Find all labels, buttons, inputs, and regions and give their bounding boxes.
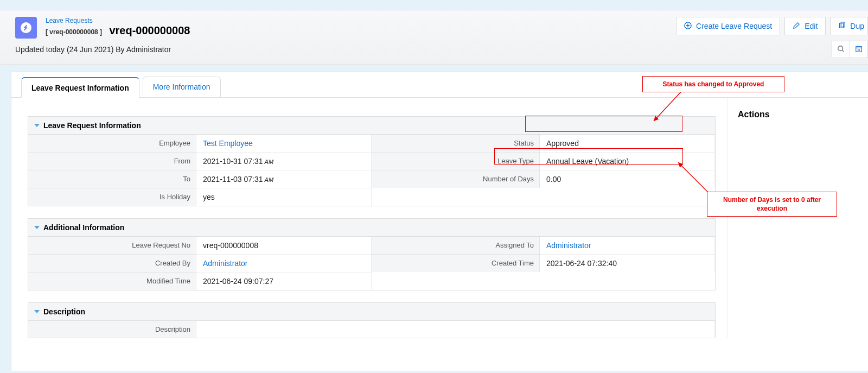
calendar-icon: 31	[855, 45, 863, 54]
holiday-value: yes	[196, 188, 372, 206]
chevron-down-icon	[34, 308, 40, 315]
calendar-tool[interactable]: 31	[850, 41, 868, 58]
updated-info: Updated today (24 Jun 2021) By Administr…	[15, 45, 858, 54]
record-title: vreq-000000008	[109, 24, 190, 36]
pencil-icon	[793, 22, 800, 31]
createdtime-value: 2021-06-24 07:32:40	[540, 254, 715, 272]
numdays-label: Number of Days	[372, 170, 540, 188]
from-value: 2021-10-31 07:31	[203, 157, 263, 166]
section-info-title: Leave Request Information	[43, 121, 141, 130]
duplicate-button[interactable]: Dup	[830, 17, 868, 35]
edit-button[interactable]: Edit	[784, 17, 826, 35]
annotation-numdays: Number of Days is set to 0 after executi…	[707, 192, 837, 217]
section-description-title: Description	[43, 307, 85, 316]
numdays-value: 0.00	[540, 170, 715, 188]
search-tool[interactable]	[832, 41, 850, 58]
module-icon	[15, 17, 37, 39]
assigned-label: Assigned To	[372, 237, 540, 254]
section-description-header[interactable]: Description	[28, 302, 716, 320]
section-additional-title: Additional Information	[43, 223, 124, 232]
employee-value[interactable]: Test Employee	[203, 139, 253, 148]
record-id-bracket: [ vreq-000000008 ]	[46, 28, 102, 36]
actions-panel: Actions	[727, 98, 858, 338]
section-additional-header[interactable]: Additional Information	[28, 218, 716, 236]
create-button[interactable]: Create Leave Request	[676, 17, 780, 35]
from-ampm: AM	[265, 159, 274, 165]
section-info: Leave Request Information Employee Test …	[28, 116, 716, 206]
create-label: Create Leave Request	[696, 22, 772, 30]
reqno-label: Leave Request No	[28, 237, 196, 254]
actions-title: Actions	[738, 110, 770, 119]
plus-circle-icon	[684, 22, 692, 31]
to-ampm: AM	[265, 176, 274, 183]
chevron-down-icon	[34, 224, 40, 231]
tab-label: More Information	[153, 83, 210, 91]
to-label: To	[28, 170, 196, 188]
from-label: From	[28, 152, 196, 170]
modified-label: Modified Time	[28, 272, 196, 290]
svg-text:31: 31	[857, 48, 860, 51]
holiday-label: Is Holiday	[28, 188, 196, 206]
section-info-header[interactable]: Leave Request Information	[28, 116, 716, 134]
modified-value: 2021-06-24 09:07:27	[196, 272, 372, 290]
tab-leave-request-info[interactable]: Leave Request Information	[21, 77, 139, 98]
description-label: Description	[28, 321, 196, 338]
duplicate-label: Dup	[850, 22, 864, 30]
createdby-label: Created By	[28, 254, 196, 272]
createdtime-label: Created Time	[372, 254, 540, 272]
search-icon	[837, 45, 845, 54]
leavetype-value: Annual Leave (Vacation)	[540, 152, 715, 170]
record-body: Leave Request Information More Informati…	[11, 72, 868, 371]
employee-label: Employee	[28, 135, 196, 152]
createdby-value[interactable]: Administrator	[203, 259, 247, 268]
section-additional: Additional Information Leave Request No …	[28, 218, 716, 290]
leavetype-label: Leave Type	[372, 152, 540, 170]
module-name[interactable]: Leave Requests	[46, 17, 93, 24]
description-value	[196, 321, 715, 338]
section-description: Description Description	[28, 302, 716, 338]
to-value: 2021-11-03 07:31	[203, 175, 263, 184]
chevron-down-icon	[34, 122, 40, 129]
tab-label: Leave Request Information	[31, 84, 129, 92]
tab-more-info[interactable]: More Information	[143, 77, 221, 97]
svg-point-4	[838, 46, 843, 50]
copy-icon	[838, 22, 846, 31]
detail-column: Leave Request Information Employee Test …	[11, 98, 727, 338]
record-header: Leave Requests [ vreq-000000008 ] vreq-0…	[0, 10, 868, 65]
status-value: Approved	[540, 135, 715, 152]
annotation-status: Status has changed to Approved	[642, 76, 784, 92]
reqno-value: vreq-000000008	[196, 237, 372, 254]
edit-label: Edit	[805, 22, 818, 30]
assigned-value[interactable]: Administrator	[546, 241, 591, 250]
status-label: Status	[372, 135, 540, 152]
